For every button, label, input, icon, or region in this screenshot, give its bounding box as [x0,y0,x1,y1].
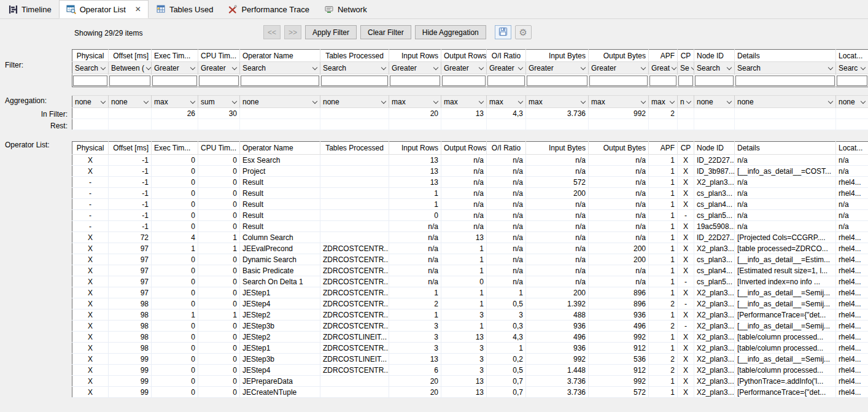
filter-value-input[interactable] [837,76,867,86]
aggregation-select[interactable]: max [152,96,198,108]
operator-row[interactable]: X9900JECreateNTuple20130,73.7365721XX2_p… [72,387,868,398]
operator-column-header[interactable]: O/I Ratio [487,142,526,155]
operator-column-header[interactable]: Operator Name [240,142,320,155]
operator-row[interactable]: X9900JEStep4ZDRCOSTCENTR...630,51.448912… [72,365,868,376]
operator-row[interactable]: --100Result1n/an/a200n/a1Xcs_plan3...n/a… [72,188,868,199]
filter-value-input[interactable] [487,76,525,86]
close-icon[interactable]: ✕ [135,6,141,13]
aggregation-select[interactable]: none [72,96,109,108]
operator-column-header[interactable]: Locat... [836,142,868,155]
aggregation-select[interactable]: max [389,96,441,108]
aggregation-select[interactable]: n [678,96,694,108]
filter-operator-select[interactable]: Searc [836,62,868,74]
filter-operator-select[interactable]: Greater [589,62,649,74]
filter-operator-select[interactable]: Greater [389,62,441,74]
previous-page-button[interactable]: << [263,25,281,39]
operator-column-header[interactable]: APF [649,142,678,155]
filter-operator-select[interactable]: Great [649,62,678,74]
filter-operator-select[interactable]: Greater [198,62,240,74]
filter-operator-select[interactable]: Search [72,62,109,74]
filter-operator-select[interactable]: Search [735,62,836,74]
operator-row[interactable]: X9700JEStep1ZDRCOSTCENTR...1112008961XX2… [72,287,868,298]
filter-operator-select[interactable]: Greater [441,62,487,74]
operator-row[interactable]: X9700Basic PredicateZDRCOSTCENTR...n/a1n… [72,265,868,276]
filter-value-input[interactable] [152,76,197,86]
tab-operator-list[interactable]: Operator List ✕ [59,0,149,18]
filter-value-input[interactable] [73,76,107,86]
aggregation-select[interactable]: max [649,96,678,108]
operator-row[interactable]: X9800JEStep2ZDRCOSTLINEIT...3134,3496992… [72,332,868,343]
operator-row[interactable]: X9900JEStep3bZDRCOSTLINEIT...1330,299253… [72,354,868,365]
operator-row[interactable]: --100Result1n/an/an/an/a1Xcs_plan4...n/a… [72,199,868,210]
operator-row[interactable]: X-100Esx Search13n/an/an/an/a1XID_22D27.… [72,155,868,166]
operator-row[interactable]: --100Result13n/an/a572n/a1XX2_plan3...n/… [72,177,868,188]
aggregation-rest-value [487,119,526,130]
filter-operator-select[interactable]: Search [694,62,735,74]
filter-operator-select[interactable]: Greater [526,62,589,74]
operator-column-header[interactable]: Input Rows [389,142,441,155]
operator-row[interactable]: X9800JEStep3bZDRCOSTCENTR...310,39364962… [72,321,868,332]
aggregation-select[interactable]: none [694,96,735,108]
operator-row[interactable]: X9800JEStep4ZDRCOSTCENTR...210,51.392896… [72,298,868,309]
operator-row[interactable]: X9700Search On Delta 1ZDRCOSTCENTR...n/a… [72,276,868,287]
filter-operator-select[interactable]: Greater [152,62,198,74]
operator-column-header[interactable]: Physical [72,142,109,155]
operator-column-header[interactable]: CPU Tim... [198,142,240,155]
filter-value-input[interactable] [649,76,676,86]
aggregation-select[interactable]: none [836,96,868,108]
filter-value-input[interactable] [390,76,440,86]
filter-value-input[interactable] [527,76,587,86]
aggregation-select[interactable]: max [589,96,649,108]
operator-row[interactable]: X9711JEEvalPrecondZDRCOSTCENTR...n/a1n/a… [72,243,868,254]
aggregation-select[interactable]: sum [198,96,240,108]
operator-column-header[interactable]: Output Bytes [589,142,649,155]
operator-row[interactable]: X7241Column Searchn/a13n/an/an/a1XID_22D… [72,232,868,243]
aggregation-select[interactable]: max [487,96,526,108]
filter-value-input[interactable] [321,76,388,86]
tab-tables-used[interactable]: Tables Used [149,0,221,18]
filter-value-input[interactable] [199,76,239,86]
filter-value-input[interactable] [442,76,486,86]
operator-column-header[interactable]: CP [678,142,694,155]
filter-operator-select[interactable]: Greater [487,62,526,74]
filter-value-input[interactable] [678,76,693,86]
filter-operator-select[interactable]: Between ( [109,62,152,74]
operator-column-header[interactable]: Exec Tim... [152,142,198,155]
filter-value-input[interactable] [735,76,835,86]
filter-operator-select[interactable]: Search [320,62,389,74]
filter-value-input[interactable] [589,76,648,86]
next-page-button[interactable]: >> [284,25,301,39]
filter-operator-select[interactable]: Search [240,62,320,74]
operator-column-header[interactable]: Node ID [694,142,735,155]
aggregation-select[interactable]: max [526,96,589,108]
tab-performance-trace[interactable]: Performance Trace [220,0,317,18]
aggregation-select[interactable]: max [441,96,487,108]
operator-column-header[interactable]: Offset [ms] [109,142,152,155]
filter-operator-select[interactable]: Se [678,62,694,74]
aggregation-select[interactable]: none [109,96,152,108]
tab-timeline[interactable]: Timeline [1,0,59,18]
operator-row[interactable]: X9811JEStep2ZDRCOSTCENTR...1334889361XX2… [72,309,868,321]
operator-column-header[interactable]: Output Rows [441,142,487,155]
aggregation-select[interactable]: none [240,96,320,108]
aggregation-select[interactable]: none [320,96,389,108]
filter-value-input[interactable] [695,76,734,86]
settings-button[interactable]: ⚙ [515,25,532,39]
operator-column-header[interactable]: Details [735,142,836,155]
filter-value-input[interactable] [241,76,319,86]
filter-value-input[interactable] [109,76,150,86]
operator-row[interactable]: X9900JEPrepareData20130,73.7369921XX2_pl… [72,376,868,387]
aggregation-select[interactable]: none [735,96,836,108]
tab-network[interactable]: Network [317,0,374,18]
operator-row[interactable]: X-100Project13n/an/an/an/a1XID_3b987...[… [72,166,868,177]
save-button[interactable] [495,25,511,39]
hide-aggregation-button[interactable]: Hide Aggregation [415,25,486,39]
operator-column-header[interactable]: Tables Processed [320,142,389,155]
operator-row[interactable]: --100Result0n/an/an/an/a1-cs_plan5...n/a… [72,210,868,221]
operator-row[interactable]: X9800JEStep1ZDRCOSTCENTR...3319369121XX2… [72,343,868,354]
apply-filter-button[interactable]: Apply Filter [305,25,357,39]
clear-filter-button[interactable]: Clear Filter [360,25,411,39]
operator-row[interactable]: X9700Dynamic SearchZDRCOSTCENTR...n/a1n/… [72,254,868,265]
operator-row[interactable]: --100Resultn/an/an/an/an/a1X19ac5908...n… [72,221,868,232]
operator-column-header[interactable]: Input Bytes [526,142,589,155]
